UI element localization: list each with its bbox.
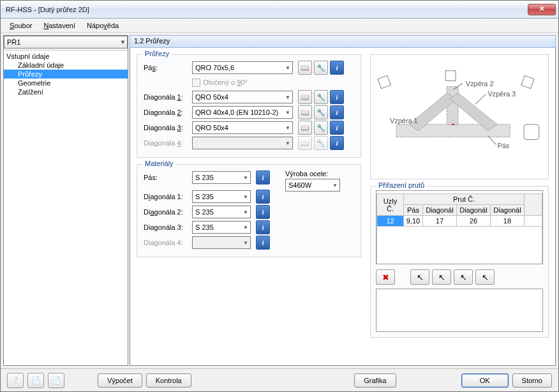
tree-item-prurezy[interactable]: Průřezy bbox=[4, 70, 128, 79]
info-button[interactable]: i bbox=[330, 121, 344, 135]
library-button[interactable]: 📖 bbox=[298, 121, 312, 135]
tree-root[interactable]: Vstupní údaje bbox=[4, 52, 128, 61]
nav-pane: PŘ1 ▼ Vstupní údaje Základní údaje Průře… bbox=[3, 35, 128, 366]
tree-item-zatizeni[interactable]: Zatížení bbox=[4, 87, 128, 96]
info-button[interactable]: i bbox=[256, 205, 270, 219]
info-button[interactable]: i bbox=[330, 90, 344, 104]
chevron-down-icon: ▼ bbox=[332, 183, 338, 188]
combo-mat-d2[interactable]: S 235▼ bbox=[192, 206, 251, 218]
kontrola-button[interactable]: Kontrola bbox=[146, 373, 191, 388]
info-button[interactable]: i bbox=[330, 105, 344, 119]
tree-item-zakladni[interactable]: Základní údaje bbox=[4, 61, 128, 70]
case-selector[interactable]: PŘ1 ▼ bbox=[4, 36, 128, 49]
svg-point-4 bbox=[452, 123, 454, 125]
log-area bbox=[376, 289, 543, 332]
case-selector-value: PŘ1 bbox=[7, 38, 20, 46]
export-button[interactable]: 📄 bbox=[27, 373, 44, 388]
combo-pas[interactable]: QRO 70x5,6▼ bbox=[192, 61, 293, 74]
label-mat-d4: Diagonála 4: bbox=[144, 239, 190, 246]
pick-button-4[interactable]: ↖ bbox=[475, 269, 495, 285]
legend-materialy: Materiály bbox=[142, 160, 176, 167]
label-mat-pas: Pás: bbox=[144, 174, 190, 181]
vyroba-ocele: Výroba ocele: S460W▼ bbox=[285, 170, 340, 250]
import-button[interactable]: 📄 bbox=[48, 373, 64, 388]
storno-button[interactable]: Storno bbox=[512, 373, 552, 388]
info-button[interactable]: i bbox=[256, 220, 270, 234]
combo-d4: ▼ bbox=[192, 137, 293, 149]
label-d3: Diagonála 3: bbox=[144, 124, 190, 132]
edit-section-button[interactable]: 🔧 bbox=[314, 121, 328, 135]
label-mat-d2: Diagonála 2: bbox=[144, 208, 190, 216]
pick-button-1[interactable]: ↖ bbox=[410, 269, 429, 285]
combo-mat-pas[interactable]: S 235▼ bbox=[192, 171, 251, 184]
group-materialy: Materiály Pás: S 235▼ i Diagoná bbox=[137, 164, 361, 257]
library-button[interactable]: 📖 bbox=[298, 90, 312, 104]
menu-soubor[interactable]: Soubor bbox=[4, 20, 37, 31]
pick-button-2[interactable]: ↖ bbox=[432, 269, 451, 285]
tree-item-geometrie[interactable]: Geometrie bbox=[4, 79, 128, 87]
nav-tree: Vstupní údaje Základní údaje Průřezy Geo… bbox=[4, 50, 128, 365]
main-pane: 1.2 Průřezy Průřezy Pás: QRO 70x5,6▼ 📖 🔧… bbox=[130, 35, 556, 366]
combo-d2[interactable]: QRO 40x4,0 (EN 10210-2)▼ bbox=[192, 106, 293, 119]
vypocet-button[interactable]: Výpočet bbox=[98, 373, 142, 388]
menu-napoveda[interactable]: Nápověda bbox=[82, 20, 124, 31]
info-button[interactable]: i bbox=[256, 236, 270, 250]
titlebar: RF-HSS - [Dutý průřez 2D] ✕ bbox=[1, 1, 558, 19]
label-vyroba: Výroba ocele: bbox=[285, 170, 340, 177]
assignment-grid[interactable]: Uzly Č. Prut Č. Pás Diagonál Diagonál Di… bbox=[376, 190, 543, 264]
edit-section-button: 🔧 bbox=[314, 136, 328, 150]
svg-rect-6 bbox=[445, 71, 456, 81]
svg-text:Pás: Pás bbox=[497, 142, 509, 149]
label-mat-d1: Diagonála 1: bbox=[144, 193, 190, 200]
info-button[interactable]: i bbox=[256, 190, 270, 204]
info-button[interactable]: i bbox=[330, 61, 344, 75]
chevron-down-icon: ▼ bbox=[285, 94, 290, 100]
menubar: Soubor Nastavení Nápověda bbox=[1, 19, 558, 33]
content: Průřezy Pás: QRO 70x5,6▼ 📖 🔧 i bbox=[130, 48, 556, 366]
combo-vyroba[interactable]: S460W▼ bbox=[285, 179, 340, 192]
info-button[interactable]: i bbox=[256, 170, 270, 185]
combo-mat-d3[interactable]: S 235▼ bbox=[192, 221, 251, 234]
close-button[interactable]: ✕ bbox=[528, 4, 556, 15]
table-row[interactable]: 12 9,10 17 26 18 bbox=[377, 216, 542, 227]
help-button[interactable]: ❔ bbox=[7, 373, 24, 388]
library-button[interactable]: 📖 bbox=[298, 105, 312, 119]
delete-button[interactable]: ✖ bbox=[376, 269, 395, 285]
svg-text:Vzpěra 2: Vzpěra 2 bbox=[466, 80, 494, 87]
chevron-down-icon: ▼ bbox=[285, 110, 290, 116]
combo-d1[interactable]: QRO 50x4▼ bbox=[192, 91, 293, 103]
chevron-down-icon: ▼ bbox=[243, 175, 248, 181]
checkbox-otoceny bbox=[192, 79, 200, 87]
chevron-down-icon: ▼ bbox=[285, 65, 290, 71]
window-title: RF-HSS - [Dutý průřez 2D] bbox=[6, 6, 528, 13]
chevron-down-icon: ▼ bbox=[243, 209, 248, 215]
info-button[interactable]: i bbox=[330, 136, 344, 150]
menu-nastaveni[interactable]: Nastavení bbox=[38, 20, 80, 31]
hdr-prut: Prut Č. bbox=[404, 194, 525, 205]
edit-section-button[interactable]: 🔧 bbox=[314, 90, 328, 104]
svg-text:Vzpěra 3: Vzpěra 3 bbox=[488, 90, 516, 98]
ok-button[interactable]: OK bbox=[461, 373, 509, 388]
combo-d3[interactable]: QRO 50x4▼ bbox=[192, 121, 293, 134]
svg-line-14 bbox=[475, 94, 486, 104]
pick-button-3[interactable]: ↖ bbox=[454, 269, 473, 285]
col-d2: Diagonál bbox=[456, 205, 490, 216]
combo-mat-d4: ▼ bbox=[192, 236, 251, 249]
edit-section-button[interactable]: 🔧 bbox=[314, 61, 328, 75]
chevron-down-icon: ▼ bbox=[285, 125, 290, 131]
group-prurezy: Průřezy Pás: QRO 70x5,6▼ 📖 🔧 i bbox=[137, 54, 361, 158]
label-d2: Diagonála 2: bbox=[144, 109, 190, 116]
combo-mat-d1[interactable]: S 235▼ bbox=[192, 190, 251, 203]
hdr-uzly: Uzly Č. bbox=[377, 194, 404, 216]
col-pas: Pás bbox=[404, 205, 423, 216]
footer: ❔ 📄 📄 Výpočet Kontrola Grafika OK Storno bbox=[1, 368, 558, 391]
label-d4: Diagonála 4: bbox=[144, 139, 190, 147]
library-button[interactable]: 📖 bbox=[298, 61, 312, 75]
edit-section-button[interactable]: 🔧 bbox=[314, 105, 328, 119]
label-pas: Pás: bbox=[144, 64, 190, 72]
chevron-down-icon: ▼ bbox=[243, 225, 248, 230]
svg-rect-7 bbox=[521, 75, 534, 88]
library-button: 📖 bbox=[298, 136, 312, 150]
grafika-button[interactable]: Grafika bbox=[354, 373, 396, 388]
svg-rect-8 bbox=[524, 124, 539, 140]
